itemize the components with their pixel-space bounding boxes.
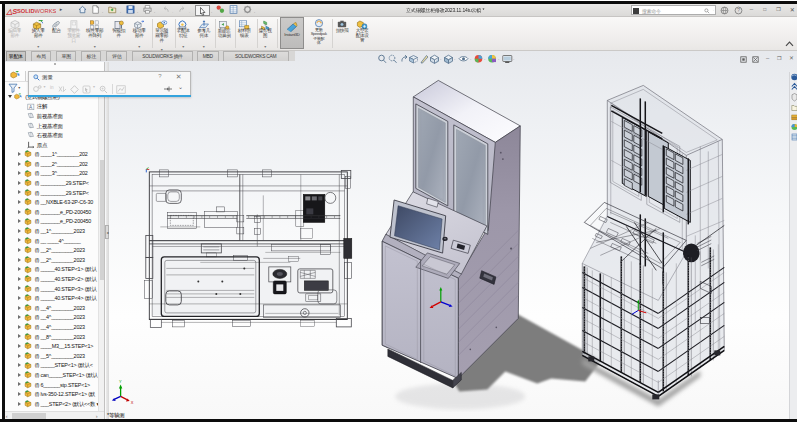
svg-text:△S: △S — [6, 6, 17, 15]
svg-text:·: · — [484, 57, 486, 62]
svg-text:?: ? — [737, 7, 740, 13]
svg-text:·: · — [454, 57, 456, 62]
svg-text:X: X — [130, 399, 133, 404]
svg-text:·: · — [498, 57, 500, 62]
svg-text:Y: Y — [119, 378, 122, 383]
svg-text:·: · — [513, 57, 515, 62]
svg-text:·: · — [470, 57, 472, 62]
svg-text:·: · — [440, 57, 442, 62]
svg-text:SOLIDWORKS: SOLIDWORKS — [17, 8, 56, 14]
